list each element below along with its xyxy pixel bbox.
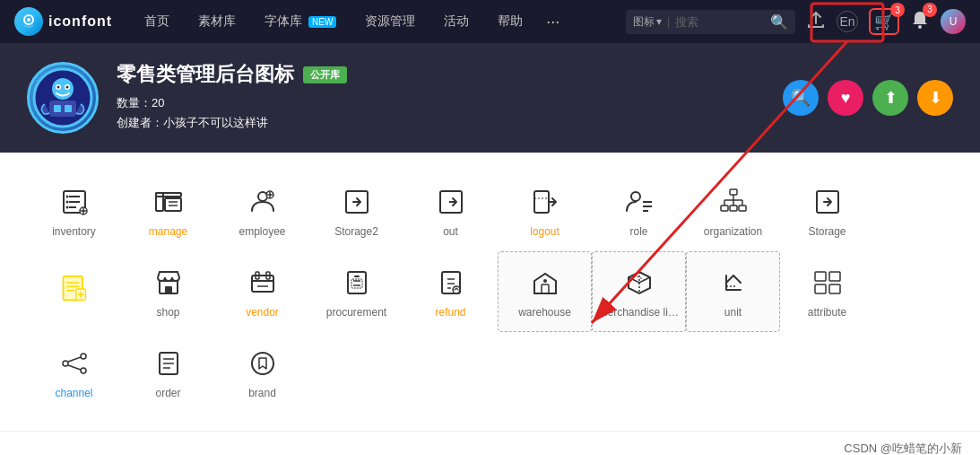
search-icon[interactable]: 🔍	[770, 13, 788, 31]
favorite-button[interactable]: ♥	[828, 80, 863, 116]
svg-rect-41	[721, 206, 728, 211]
svg-rect-43	[739, 206, 746, 211]
hero-creator: 创建者：小孩子不可以这样讲	[117, 115, 765, 131]
icon-item-procurement[interactable]: procurement	[309, 251, 403, 332]
icon-item-unit[interactable]: unit	[686, 251, 780, 332]
nav-fonts[interactable]: 字体库 NEW	[259, 10, 342, 33]
svg-rect-9	[49, 101, 76, 117]
storage2-label: Storage2	[334, 225, 378, 238]
icon-item-role[interactable]: role	[592, 171, 686, 251]
upload-icon[interactable]	[806, 10, 826, 34]
nav-materials[interactable]: 素材库	[193, 10, 241, 33]
icon-item-channel[interactable]: channel	[27, 332, 121, 413]
share-button[interactable]: ⬆	[872, 80, 908, 116]
svg-line-78	[68, 357, 81, 362]
procurement-icon	[339, 265, 375, 301]
svg-point-76	[81, 354, 86, 359]
logout-label: logout	[530, 225, 559, 238]
svg-point-16	[65, 196, 68, 198]
hero-avatar	[27, 62, 99, 134]
extra-icon	[56, 271, 92, 307]
icon-item-warehouse[interactable]: warehouse	[498, 251, 592, 332]
icon-item-merchandise[interactable]: Merchandise libr...	[592, 251, 686, 332]
procurement-label: procurement	[326, 306, 386, 319]
employee-icon	[245, 184, 281, 220]
language-icon[interactable]: En	[837, 11, 858, 32]
hero-info: 零售类管理后台图标 公开库 数量：20 创建者：小孩子不可以这样讲	[117, 61, 765, 135]
logo[interactable]: iconfont	[14, 7, 112, 36]
svg-point-18	[65, 206, 68, 209]
svg-rect-71	[815, 272, 826, 281]
icon-item-order[interactable]: order	[121, 332, 215, 413]
icon-grid: inventory manage	[27, 171, 953, 413]
icon-item-attribute[interactable]: attribute	[780, 251, 874, 332]
icon-item-refund[interactable]: refund	[403, 251, 498, 332]
storage-icon	[810, 184, 846, 220]
search-input[interactable]	[675, 15, 765, 29]
role-icon	[621, 184, 657, 220]
user-avatar[interactable]: U	[941, 9, 966, 34]
vendor-icon	[245, 265, 281, 301]
merchandise-icon	[621, 265, 657, 301]
icon-item-shop[interactable]: shop	[121, 251, 215, 332]
svg-point-77	[81, 368, 86, 373]
icon-item-organization[interactable]: organization	[686, 171, 780, 251]
manage-label: manage	[149, 225, 187, 238]
order-icon	[151, 346, 186, 381]
storage-label: Storage	[808, 225, 846, 238]
svg-point-69	[543, 279, 547, 283]
icon-item-brand[interactable]: brand	[215, 332, 309, 413]
icon-item-storage2[interactable]: Storage2	[309, 171, 403, 251]
shop-label: shop	[156, 306, 179, 319]
icon-item-logout[interactable]: logout	[498, 171, 592, 251]
employee-label: employee	[238, 225, 285, 238]
refund-icon	[433, 265, 469, 301]
search-type-dropdown[interactable]: 图标 ▾	[633, 14, 662, 30]
icon-item-extra[interactable]	[27, 251, 121, 332]
vendor-label: vendor	[246, 306, 279, 319]
icon-grid-section: inventory manage	[0, 153, 980, 431]
header: iconfont 首页 素材库 字体库 NEW 资源管理 活动 帮助 ··· 图…	[0, 0, 980, 43]
download-button[interactable]: ⬇	[917, 80, 953, 116]
nav-help[interactable]: 帮助	[492, 10, 528, 33]
svg-rect-42	[730, 206, 737, 211]
notification-icon[interactable]: 3	[910, 10, 930, 34]
hero-count: 数量：20	[117, 95, 765, 111]
svg-line-79	[68, 365, 81, 370]
cart-wrapper[interactable]: 🛒 3	[869, 8, 899, 35]
nav-more[interactable]: ···	[546, 13, 559, 31]
nav-activity[interactable]: 活动	[438, 10, 474, 33]
svg-rect-24	[165, 198, 181, 211]
icon-item-vendor[interactable]: vendor	[215, 251, 309, 332]
organization-icon	[715, 184, 751, 220]
icon-item-inventory[interactable]: inventory	[27, 171, 121, 251]
nav-resources[interactable]: 资源管理	[360, 10, 421, 33]
svg-rect-34	[534, 191, 549, 213]
nav-home[interactable]: 首页	[139, 10, 175, 33]
search-button[interactable]: 🔍	[783, 80, 819, 116]
footer: CSDN @吃蜡笔的小新	[0, 431, 980, 455]
attribute-label: attribute	[808, 306, 846, 319]
svg-point-8	[66, 86, 69, 89]
icon-item-storage[interactable]: Storage	[780, 171, 874, 251]
inventory-icon	[56, 184, 92, 220]
brand-icon	[245, 346, 281, 381]
svg-rect-72	[829, 272, 840, 281]
icon-item-employee[interactable]: employee	[215, 171, 309, 251]
refund-label: refund	[435, 306, 465, 319]
icon-item-out[interactable]: out	[403, 171, 498, 251]
cart-badge: 3	[890, 3, 905, 17]
svg-rect-58	[165, 286, 172, 293]
svg-rect-74	[829, 284, 840, 293]
icon-item-manage[interactable]: manage	[121, 171, 215, 251]
header-right: 图标 ▾ | 🔍 En 🛒 3 3 U	[626, 8, 966, 35]
logo-icon	[14, 7, 43, 36]
svg-point-17	[65, 201, 68, 204]
merchandise-label: Merchandise libr...	[599, 306, 680, 319]
warehouse-label: warehouse	[518, 306, 571, 319]
logo-text: iconfont	[48, 13, 112, 30]
footer-credit: CSDN @吃蜡笔的小新	[844, 442, 962, 455]
svg-point-2	[918, 25, 922, 29]
order-label: order	[155, 387, 180, 399]
svg-rect-64	[348, 272, 366, 293]
